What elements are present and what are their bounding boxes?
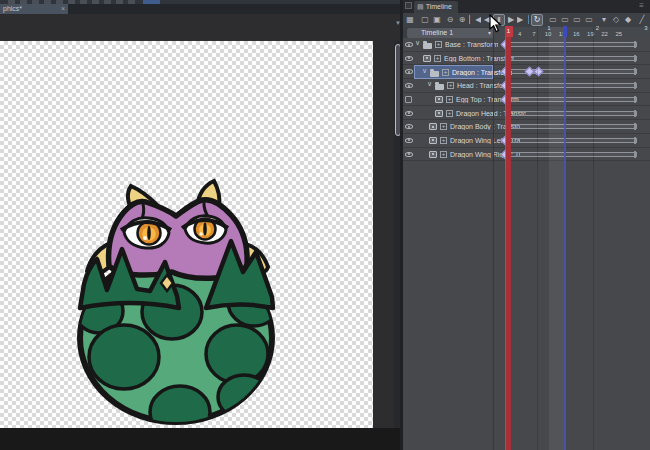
folder-icon — [435, 84, 444, 90]
layer-name-cell[interactable]: +Egg Bottom : Transform — [414, 52, 493, 66]
ruler-frame-label: 19 — [584, 31, 596, 37]
zoom-out-icon[interactable]: ⊖ — [444, 14, 456, 26]
ruler-frame-label: 25 — [613, 31, 625, 37]
grid-line — [537, 27, 538, 450]
visibility-eye-icon[interactable] — [405, 56, 413, 61]
track-end-tick — [634, 110, 636, 117]
expand-icon[interactable]: + — [446, 110, 453, 117]
loop-play-icon[interactable]: ↻ — [531, 14, 543, 26]
layer-row[interactable]: ∨+Base : Transform — [403, 38, 650, 52]
layer-name-cell[interactable]: +Dragon Head : Transform — [414, 107, 493, 121]
layer-name-cell[interactable]: ∨+Dragon : Transform — [414, 65, 493, 79]
visibility-eye-icon[interactable] — [405, 138, 413, 143]
timeline-panel-tab-label: Timeline — [426, 3, 452, 10]
onion-skin-next-icon[interactable]: ▭ — [571, 14, 583, 26]
layer-name: Egg Bottom : Transform — [444, 55, 514, 62]
timeline-panel: ▤Timeline ≡ ▦▢▣⊖⊕▏◀◀‖▶▶▕↻▭▭▭▭▾◇◆╱ Timeli… — [403, 0, 650, 450]
frame-ruler[interactable]: 12347101316192225 — [493, 27, 650, 38]
expand-icon[interactable]: + — [440, 137, 447, 144]
track-bar — [508, 56, 637, 61]
chevron-down-icon[interactable]: ∨ — [427, 80, 432, 88]
layer-thumbnail-icon — [429, 137, 437, 144]
layer-name-cell[interactable]: +Dragon Wing Left : Transform — [414, 134, 493, 148]
track-bar — [508, 111, 637, 116]
layer-row[interactable]: ∨+Head : Transform — [403, 79, 650, 93]
visibility-eye-icon[interactable] — [405, 83, 413, 88]
layer-name-cell[interactable]: +Dragon Body : Transform — [414, 120, 493, 134]
mouse-cursor — [489, 14, 503, 34]
layer-name-cell[interactable]: +Egg Top : Transform — [414, 93, 493, 107]
layer-row[interactable]: +Dragon Body : Transform — [403, 120, 650, 134]
chevron-down-icon[interactable]: ∨ — [415, 39, 420, 47]
timeline-panel-tab[interactable]: ▤Timeline — [414, 1, 458, 13]
visibility-eye-icon[interactable] — [405, 42, 413, 47]
onion-skin-icon[interactable]: ▭ — [559, 14, 571, 26]
column-separator — [493, 27, 494, 450]
layer-row[interactable]: +Dragon Head : Transform — [403, 107, 650, 121]
visibility-off-icon[interactable] — [405, 96, 412, 103]
layer-name: Base : Transform — [445, 41, 498, 48]
expand-icon[interactable]: + — [446, 96, 453, 103]
expand-icon[interactable]: + — [447, 82, 454, 89]
close-icon[interactable]: × — [61, 4, 65, 14]
track-bar — [508, 152, 637, 157]
drawing-canvas[interactable] — [0, 41, 373, 428]
new-timeline-icon[interactable]: ▢ — [419, 14, 431, 26]
layer-rows: ∨+Base : Transform+Egg Bottom : Transfor… — [403, 38, 650, 162]
enable-keyframes-icon[interactable]: ◇ — [610, 14, 622, 26]
next-frame-icon[interactable]: ▶ — [505, 14, 517, 26]
layer-name-cell[interactable]: +Dragon Wing Right : Transform — [414, 148, 493, 162]
playhead-handle[interactable]: 1 — [505, 26, 513, 37]
expand-icon[interactable]: + — [440, 151, 447, 158]
layer-row[interactable]: +Egg Top : Transform — [403, 93, 650, 107]
visibility-eye-icon[interactable] — [405, 69, 413, 74]
expand-icon[interactable]: + — [434, 55, 441, 62]
layer-row[interactable]: +Dragon Wing Right : Transform — [403, 148, 650, 162]
playhead-line — [506, 37, 511, 450]
layer-row[interactable]: ∨+Dragon : Transform — [403, 65, 650, 79]
ruler-frame-label: 7 — [528, 31, 540, 37]
timeline-select-dropdown[interactable]: Timeline 1 ▾ — [407, 28, 495, 38]
go-to-end-icon[interactable]: ▶▕ — [517, 14, 529, 26]
ruler-second-label: 3 — [641, 25, 650, 31]
document-tab-bar: phics* × — [0, 4, 403, 14]
expand-icon[interactable]: + — [442, 69, 449, 76]
go-to-start-icon[interactable]: ▏◀ — [469, 14, 481, 26]
panel-menu-icon[interactable]: ≡ — [639, 1, 644, 10]
chevron-down-icon[interactable]: ∨ — [422, 67, 427, 75]
zoom-in-icon[interactable]: ⊕ — [456, 14, 468, 26]
timeline-panel-header: ▤Timeline ≡ — [403, 0, 650, 13]
track-end-tick — [634, 68, 636, 75]
track-end-tick — [634, 41, 636, 48]
track-end-tick — [634, 55, 636, 62]
folder-icon — [430, 71, 439, 77]
visibility-eye-icon[interactable] — [405, 111, 413, 116]
layer-name-cell[interactable]: ∨+Head : Transform — [414, 79, 493, 93]
ruler-frame-label: 16 — [570, 31, 582, 37]
track-end-tick — [634, 123, 636, 130]
layer-thumbnail-icon — [435, 96, 443, 103]
layer-row[interactable]: +Egg Bottom : Transform — [403, 52, 650, 66]
visibility-eye-icon[interactable] — [405, 124, 413, 129]
add-keyframe-icon[interactable]: ◆ — [622, 14, 634, 26]
ruler-frame-label: 22 — [599, 31, 611, 37]
layer-thumbnail-icon — [423, 55, 431, 62]
track-end-tick — [634, 151, 636, 158]
track-bar — [508, 42, 637, 47]
expand-icon[interactable]: + — [435, 41, 442, 48]
track-end-tick — [634, 137, 636, 144]
ruler-frame-label: 4 — [514, 31, 526, 37]
expand-icon[interactable]: + — [440, 123, 447, 130]
end-frame-marker[interactable] — [563, 26, 567, 37]
layer-name-cell[interactable]: ∨+Base : Transform — [414, 38, 493, 52]
visibility-eye-icon[interactable] — [405, 152, 413, 157]
timeline-edit-icon[interactable]: ▦ — [404, 14, 416, 26]
timeline-settings-icon[interactable]: ▣ — [431, 14, 443, 26]
layer-thumbnail-icon — [429, 123, 437, 130]
panel-collapse-icon[interactable] — [405, 2, 412, 9]
grid-line — [593, 27, 594, 450]
folder-icon — [423, 43, 432, 49]
layer-row[interactable]: +Dragon Wing Left : Transform — [403, 134, 650, 148]
document-tab[interactable]: phics* × — [0, 4, 68, 14]
track-bar — [508, 124, 637, 129]
